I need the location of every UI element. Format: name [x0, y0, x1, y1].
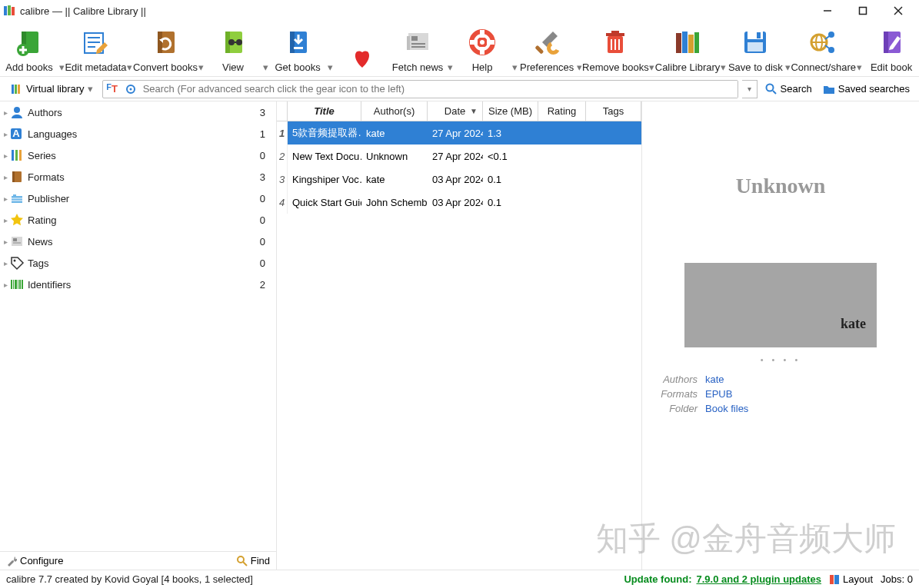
expand-icon[interactable]: ▸: [2, 281, 9, 289]
saved-searches-button[interactable]: Saved searches: [820, 83, 913, 95]
fetch-news-dropdown[interactable]: ▾: [445, 61, 455, 73]
sort-desc-icon: ▼: [470, 107, 478, 115]
get-books-dropdown[interactable]: ▾: [325, 61, 335, 73]
sidebar-item-tags[interactable]: ▸ Tags 0: [0, 252, 276, 274]
table-row[interactable]: 1 5款音频提取器… kate 27 Apr 2024 1.3: [277, 121, 641, 145]
meta-formats-value[interactable]: EPUB: [705, 388, 732, 400]
svg-rect-2: [12, 7, 15, 15]
close-button[interactable]: [881, 0, 916, 22]
sidebar-item-rating[interactable]: ▸ Rating 0: [0, 209, 276, 231]
search-history-dropdown[interactable]: ▾: [742, 80, 758, 98]
svg-rect-28: [411, 36, 418, 41]
remove-books-button[interactable]: Remove books: [584, 25, 648, 73]
authors-icon: [9, 105, 25, 120]
col-header-title[interactable]: Title: [288, 101, 361, 121]
col-header-authors[interactable]: Author(s): [361, 101, 428, 121]
search-input[interactable]: [140, 81, 738, 98]
book-list: Title Author(s) Date▼ Size (MB) Rating T…: [277, 101, 642, 570]
svg-rect-73: [19, 150, 22, 161]
preferences-button[interactable]: Preferences: [519, 25, 574, 73]
meta-folder-value[interactable]: Book files: [705, 403, 748, 414]
meta-folder-label: Folder: [651, 403, 705, 414]
sidebar-item-languages[interactable]: ▸ A Languages 1: [0, 123, 276, 145]
expand-icon[interactable]: ▸: [2, 108, 9, 117]
calibre-library-dropdown[interactable]: ▾: [718, 61, 728, 73]
cover-preview[interactable]: Unknown kate: [642, 101, 919, 355]
table-row[interactable]: 4 Quick Start Guide John Schember 03 Apr…: [277, 191, 641, 214]
sidebar-item-identifiers[interactable]: ▸ Identifiers 2: [0, 274, 276, 295]
edit-book-button[interactable]: Edit book: [864, 25, 919, 73]
expand-icon[interactable]: ▸: [2, 151, 9, 160]
col-header-tags[interactable]: Tags: [586, 101, 641, 121]
view-dropdown[interactable]: ▾: [261, 61, 270, 73]
maximize-button[interactable]: [845, 0, 881, 22]
expand-icon[interactable]: ▸: [2, 238, 9, 246]
table-row[interactable]: 2 New Text Docu… Unknown 27 Apr 2024 <0.…: [277, 145, 641, 168]
svg-rect-60: [884, 32, 888, 53]
edit-metadata-label: Edit metadata: [65, 61, 126, 73]
wrench-icon: [6, 556, 17, 566]
convert-books-button[interactable]: Convert books: [135, 25, 196, 73]
save-to-disk-button[interactable]: Save to disk: [728, 25, 783, 73]
cell-title: New Text Docu…: [288, 145, 361, 168]
help-label: Help: [472, 61, 493, 73]
meta-authors-value[interactable]: kate: [705, 374, 724, 385]
cell-rating: [538, 145, 586, 168]
edit-metadata-button[interactable]: Edit metadata: [66, 25, 125, 73]
col-header-size[interactable]: Size (MB): [483, 101, 538, 121]
minimize-button[interactable]: [810, 0, 845, 22]
expand-icon[interactable]: ▸: [2, 130, 9, 138]
col-header-rating[interactable]: Rating: [538, 101, 586, 121]
update-link[interactable]: 7.9.0 and 2 plugin updates: [696, 573, 821, 585]
sidebar-item-authors[interactable]: ▸ Authors 3: [0, 101, 276, 123]
svg-point-66: [766, 84, 773, 91]
splitter-handle[interactable]: • • • •: [642, 355, 919, 369]
sidebar-item-news[interactable]: ▸ News 0: [0, 231, 276, 252]
virtual-library-button[interactable]: Virtual library ▾: [6, 81, 98, 97]
help-dropdown[interactable]: ▾: [510, 61, 519, 73]
col-header-date[interactable]: Date▼: [428, 101, 483, 121]
layout-icon: [829, 574, 840, 585]
sidebar-item-publisher[interactable]: ▸ Publisher 0: [0, 188, 276, 209]
sidebar-item-count: 2: [260, 279, 270, 291]
expand-icon[interactable]: ▸: [2, 173, 9, 181]
svg-rect-77: [13, 194, 16, 196]
languages-icon: A: [9, 126, 25, 141]
find-button[interactable]: Find: [237, 555, 270, 566]
advanced-search-gear-button[interactable]: [122, 81, 140, 98]
expand-icon[interactable]: ▸: [2, 259, 9, 267]
svg-rect-11: [19, 49, 27, 51]
cell-tags: [586, 145, 641, 168]
configure-button[interactable]: Configure: [6, 555, 63, 566]
cell-title: Quick Start Guide: [288, 191, 361, 214]
cell-tags: [586, 168, 641, 191]
cover-author: kate: [841, 316, 866, 332]
sidebar-item-formats[interactable]: ▸ Formats 3: [0, 166, 276, 188]
svg-rect-44: [676, 33, 681, 53]
connect-share-dropdown[interactable]: ▾: [854, 61, 864, 73]
jobs-label[interactable]: Jobs: 0: [881, 573, 913, 585]
svg-rect-85: [13, 280, 14, 289]
add-books-button[interactable]: Add books: [2, 25, 57, 73]
connect-share-button[interactable]: Connect/share: [792, 25, 854, 73]
layout-button[interactable]: Layout: [829, 573, 873, 585]
connect-share-label: Connect/share: [791, 61, 856, 73]
sidebar-item-series[interactable]: ▸ Series 0: [0, 145, 276, 166]
get-books-button[interactable]: Get books: [270, 25, 325, 73]
expand-icon[interactable]: ▸: [2, 194, 9, 203]
fulltext-search-button[interactable]: FT: [103, 81, 122, 98]
expand-icon[interactable]: ▸: [2, 216, 9, 224]
help-button[interactable]: Help: [455, 25, 510, 73]
view-button[interactable]: View: [205, 25, 261, 73]
heart-button[interactable]: [335, 39, 390, 73]
search-button[interactable]: Search: [762, 83, 815, 95]
cell-rating: [538, 191, 586, 214]
calibre-library-button[interactable]: Calibre Library: [657, 25, 719, 73]
convert-books-dropdown[interactable]: ▾: [196, 61, 205, 73]
table-row[interactable]: 3 Kingshiper Voc… kate 03 Apr 2024 0.1: [277, 168, 641, 191]
fetch-news-button[interactable]: Fetch news: [390, 25, 445, 73]
view-label: View: [222, 61, 244, 73]
svg-point-21: [236, 39, 242, 45]
cell-date: 03 Apr 2024: [428, 191, 483, 214]
grid-header: Title Author(s) Date▼ Size (MB) Rating T…: [277, 101, 641, 121]
